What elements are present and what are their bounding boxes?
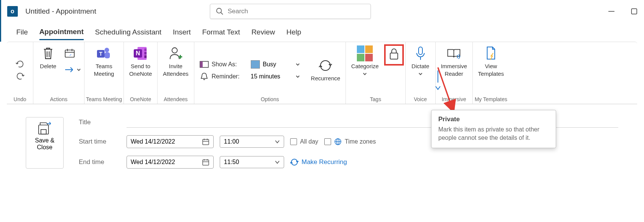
immersive-reader-label: Immersive Reader <box>441 63 467 77</box>
delete-button[interactable]: Delete <box>35 44 61 72</box>
ribbon: Undo Delete Actions T Teams Meeting Team… <box>7 42 637 104</box>
categorize-label: Categorize <box>351 63 379 70</box>
svg-rect-29 <box>203 139 209 145</box>
chevron-down-icon <box>295 74 300 79</box>
tooltip-description: Mark this item as private so that other … <box>438 125 549 142</box>
delete-label: Delete <box>40 63 56 70</box>
make-recurring-label: Make Recurring <box>302 158 347 166</box>
invite-attendees-label: Invite Attendees <box>163 63 189 77</box>
tab-review[interactable]: Review <box>252 25 275 39</box>
ribbon-group-label-onenote: OneNote <box>130 95 151 103</box>
categorize-icon <box>357 46 372 61</box>
start-time-input[interactable]: 11:00 <box>220 136 284 148</box>
invite-attendees-button[interactable]: Invite Attendees <box>159 44 192 79</box>
time-zones-checkbox[interactable]: Time zones <box>324 138 376 145</box>
all-day-label: All day <box>300 138 318 145</box>
send-to-onenote-button[interactable]: N Send to OneNote <box>125 44 156 79</box>
checkbox-icon <box>290 138 297 145</box>
svg-rect-11 <box>105 52 110 58</box>
title-label: Title <box>79 119 120 126</box>
calendar-icon <box>64 48 75 58</box>
show-as-select[interactable]: Busy <box>249 59 302 70</box>
svg-rect-23 <box>390 53 398 59</box>
chevron-down-icon <box>275 160 280 164</box>
svg-rect-4 <box>65 50 74 57</box>
ribbon-group-label-immersive: Immersive <box>442 95 466 103</box>
save-close-button[interactable]: Save & Close <box>26 117 64 169</box>
tab-insert[interactable]: Insert <box>173 25 191 39</box>
ribbon-group-teams: T Teams Meeting Teams Meeting <box>84 42 124 104</box>
redo-button[interactable] <box>14 71 27 81</box>
recurrence-button[interactable]: Recurrence <box>307 56 344 84</box>
bell-icon <box>200 72 209 81</box>
tab-format-text[interactable]: Format Text <box>202 25 240 39</box>
svg-rect-28 <box>41 130 46 134</box>
dictate-label: Dictate <box>411 63 429 70</box>
categorize-button[interactable]: Categorize <box>347 44 383 78</box>
make-recurring-button[interactable]: Make Recurring <box>290 158 347 166</box>
maximize-button[interactable] <box>630 8 638 15</box>
tab-scheduling-assistant[interactable]: Scheduling Assistant <box>95 25 161 39</box>
tooltip-title: Private <box>438 116 549 123</box>
teams-meeting-button[interactable]: T Teams Meeting <box>90 44 118 79</box>
end-date-input[interactable]: Wed 14/12/2022 <box>127 156 214 169</box>
forward-icon <box>64 66 76 73</box>
window-title: Untitled - Appointment <box>25 7 96 16</box>
dictate-button[interactable]: Dictate <box>407 44 434 78</box>
recurrence-icon <box>290 158 299 166</box>
search-input[interactable] <box>228 8 365 15</box>
svg-rect-24 <box>419 47 422 55</box>
calendar-icon <box>202 138 209 145</box>
undo-button[interactable] <box>14 59 27 69</box>
tab-help[interactable]: Help <box>286 25 301 39</box>
end-time-label: End time <box>79 158 120 166</box>
save-close-label: Save & Close <box>33 137 56 151</box>
teams-icon: T <box>96 46 111 61</box>
svg-line-1 <box>221 13 223 15</box>
book-sound-icon <box>446 46 461 61</box>
view-templates-button[interactable]: View Templates <box>474 44 508 79</box>
person-plus-icon <box>168 46 183 61</box>
show-as-value: Busy <box>263 61 277 68</box>
ribbon-group-immersive: Immersive Reader Immersive <box>436 42 473 104</box>
view-templates-label: View Templates <box>478 63 504 77</box>
end-time-input[interactable]: 11:50 <box>220 156 284 168</box>
end-date-value: Wed 14/12/2022 <box>131 159 175 166</box>
private-button[interactable] <box>384 44 404 66</box>
tab-file[interactable]: File <box>16 25 28 39</box>
onenote-icon: N <box>133 46 148 61</box>
calendar-icon <box>202 158 209 166</box>
trash-icon <box>41 46 56 61</box>
ribbon-group-options: Show As: Busy Reminder: 15 minutes <box>194 42 346 104</box>
end-time-value: 11:50 <box>224 159 239 166</box>
time-zones-label: Time zones <box>345 138 376 145</box>
redo-icon <box>15 72 25 80</box>
ribbon-group-templates: View Templates My Templates <box>473 42 509 104</box>
busy-color-swatch <box>251 60 260 69</box>
svg-rect-15 <box>144 55 147 58</box>
show-as-label: Show As: <box>212 61 246 68</box>
start-date-input[interactable]: Wed 14/12/2022 <box>127 135 214 148</box>
ribbon-group-onenote: N Send to OneNote OneNote <box>124 42 158 104</box>
immersive-reader-button[interactable]: Immersive Reader <box>437 44 471 79</box>
calendar-button[interactable] <box>63 47 83 59</box>
start-date-value: Wed 14/12/2022 <box>131 138 175 145</box>
microphone-icon <box>413 46 428 61</box>
ribbon-group-attendees: Invite Attendees Attendees <box>158 42 194 104</box>
minimize-button[interactable] <box>608 8 615 15</box>
forward-button[interactable] <box>63 65 83 75</box>
tab-appointment[interactable]: Appointment <box>39 25 84 40</box>
svg-rect-13 <box>144 48 147 51</box>
svg-text:N: N <box>136 50 140 56</box>
search-box[interactable] <box>210 4 371 19</box>
teams-meeting-label: Teams Meeting <box>94 63 114 77</box>
ribbon-group-label-templates: My Templates <box>475 95 507 103</box>
svg-rect-14 <box>144 52 147 55</box>
checkbox-icon <box>324 138 331 145</box>
undo-icon <box>15 60 25 68</box>
save-icon <box>38 122 52 135</box>
all-day-checkbox[interactable]: All day <box>290 138 318 145</box>
ribbon-group-label-options: Options <box>261 95 279 103</box>
reminder-select[interactable]: 15 minutes <box>249 72 302 81</box>
svg-rect-22 <box>200 61 203 67</box>
